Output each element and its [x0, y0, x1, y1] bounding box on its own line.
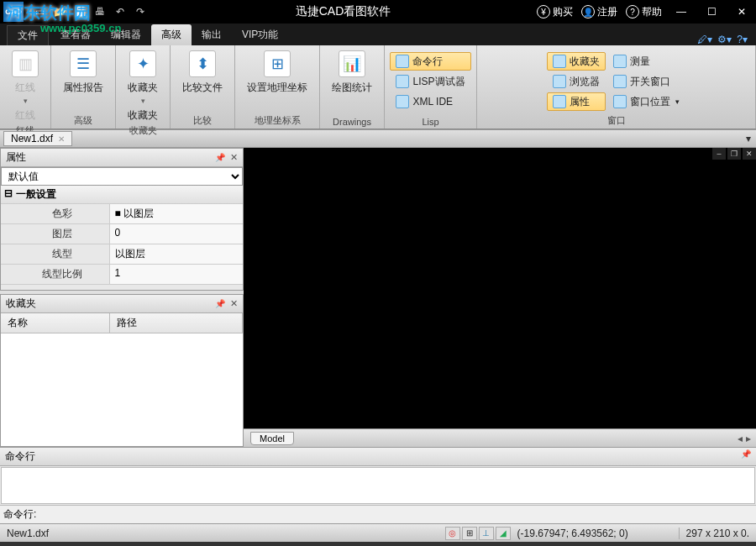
command-header[interactable]: 命令行 📌 — [0, 448, 756, 466]
tab-output[interactable]: 输出 — [192, 24, 232, 45]
command-output[interactable] — [1, 467, 755, 504]
quick-access-toolbar: ▭ 📂 💾 🖶 ↶ ↷ — [30, 3, 150, 21]
close-tab-icon[interactable]: ✕ — [58, 134, 65, 144]
tab-editor[interactable]: 编辑器 — [101, 24, 151, 45]
ribbon-group-lisp: 命令行 LISP调试器 XML IDE Lisp — [385, 45, 477, 129]
buy-button[interactable]: ¥购买 — [537, 5, 573, 19]
document-tab[interactable]: New1.dxf ✕ — [3, 131, 72, 146]
cmd-icon — [396, 55, 409, 68]
winpos-icon — [613, 95, 627, 108]
vp-minimize-icon[interactable]: – — [712, 148, 726, 160]
model-tab-strip: Model ◂ ▸ — [244, 428, 756, 447]
col-path[interactable]: 路径 — [110, 313, 243, 333]
undo-icon[interactable]: ↶ — [111, 3, 129, 21]
properties-header[interactable]: 属性 📌 ✕ — [1, 149, 243, 167]
property-report-button[interactable]: ☰ 属性报告 — [56, 49, 110, 97]
prop-section[interactable]: ⊟一般设置 — [1, 186, 243, 204]
doc-tabs-dropdown[interactable]: ▾ — [746, 133, 751, 144]
tab-viewer[interactable]: 查看器 — [50, 24, 101, 45]
favorites-icon: ✦ — [129, 50, 156, 77]
properties-panel-toggle[interactable]: 属性 — [547, 92, 606, 111]
drawing-stats-button[interactable]: 📊 绘图统计 — [325, 49, 379, 97]
save-icon[interactable]: 💾 — [71, 3, 89, 21]
grid-toggle-icon[interactable]: ⊞ — [462, 527, 477, 540]
style-dropdown-icon[interactable]: 🖊▾ — [697, 34, 712, 45]
viewport-controls: – ❐ ✕ — [712, 148, 756, 160]
properties-selector[interactable]: 默认值 — [1, 167, 243, 186]
app-logo: CAD — [3, 2, 24, 22]
tab-next-icon[interactable]: ▸ — [746, 433, 751, 444]
ribbon-group-advanced: ☰ 属性报告 高级 — [51, 45, 116, 129]
lisp-debugger-button[interactable]: LISP调试器 — [390, 72, 470, 91]
pin-icon[interactable]: 📌 — [741, 449, 751, 464]
props-icon — [553, 95, 566, 108]
status-toggles: ◎ ⊞ ⊥ ◢ — [445, 527, 511, 540]
prop-row-ltscale[interactable]: 线型比例1 — [1, 265, 243, 285]
status-dimensions: 297 x 210 x 0. — [679, 528, 756, 539]
vp-restore-icon[interactable]: ❐ — [727, 148, 741, 160]
redline-icon: ▥ — [12, 50, 39, 77]
panel-close-icon[interactable]: ✕ — [230, 152, 238, 163]
redline-button[interactable]: ▥ 红线 ▾ 红线 — [5, 49, 45, 124]
prop-row-linetype[interactable]: 线型以图层 — [1, 244, 243, 265]
ribbon-group-drawings: 📊 绘图统计 Drawings — [320, 45, 385, 129]
tab-prev-icon[interactable]: ◂ — [738, 433, 743, 444]
compare-icon: ⬍ — [189, 50, 216, 77]
ortho-toggle-icon[interactable]: ⊥ — [479, 527, 494, 540]
toggle-icon — [613, 75, 627, 88]
prop-row-color[interactable]: 色彩■ 以图层 — [1, 204, 243, 224]
viewport[interactable]: – ❐ ✕ Model ◂ ▸ — [244, 148, 756, 447]
print-icon[interactable]: 🖶 — [91, 3, 109, 21]
command-panel: 命令行 📌 命令行: — [0, 447, 756, 523]
commandline-toggle[interactable]: 命令行 — [390, 52, 470, 71]
pin-icon[interactable]: 📌 — [215, 299, 225, 308]
vp-close-icon[interactable]: ✕ — [743, 148, 756, 160]
tab-advanced[interactable]: 高级 — [151, 24, 192, 45]
xml-ide-button[interactable]: XML IDE — [390, 92, 470, 111]
help-button[interactable]: ?帮助 — [626, 5, 662, 19]
command-prompt: 命令行: — [3, 507, 36, 522]
favorites-grid: 名称 路径 — [1, 313, 243, 446]
main-area: 属性 📌 ✕ 默认值 ⊟一般设置 色彩■ 以图层 图层0 线型以图层 线型比例1… — [0, 148, 756, 447]
favorites-button[interactable]: ✦ 收藏夹 ▾ 收藏夹 — [121, 49, 165, 124]
stats-icon: 📊 — [339, 50, 365, 77]
app-menu-button[interactable]: 文件 — [7, 25, 49, 45]
ribbon-group-redline: ▥ 红线 ▾ 红线 红线 — [0, 45, 51, 129]
open-file-icon[interactable]: 📂 — [50, 3, 69, 21]
compare-button[interactable]: ⬍ 比较文件 — [176, 49, 229, 97]
snap-toggle-icon[interactable]: ◎ — [445, 527, 460, 540]
favorites-panel-toggle[interactable]: 收藏夹 — [547, 52, 606, 71]
panel-close-icon[interactable]: ✕ — [230, 298, 238, 309]
ribbon-group-compare: ⬍ 比较文件 比较 — [171, 45, 235, 129]
minimize-icon[interactable]: — — [670, 3, 692, 20]
ribbon-group-geo: ⊞ 设置地理坐标 地理坐标系 — [235, 45, 320, 129]
help-icon[interactable]: ?▾ — [737, 34, 748, 45]
measure-icon — [613, 55, 627, 68]
toggle-window-button[interactable]: 开关窗口 — [607, 72, 685, 91]
pin-icon[interactable]: 📌 — [215, 153, 225, 162]
polar-toggle-icon[interactable]: ◢ — [496, 527, 511, 540]
window-position-button[interactable]: 窗口位置▾ — [607, 92, 685, 111]
command-input-row: 命令行: — [0, 505, 756, 523]
maximize-icon[interactable]: ☐ — [701, 3, 722, 20]
status-bar: New1.dxf ◎ ⊞ ⊥ ◢ (-19.67947; 6.493562; 0… — [0, 523, 756, 542]
report-icon: ☰ — [70, 50, 97, 77]
model-tab[interactable]: Model — [250, 432, 294, 445]
ribbon: ▥ 红线 ▾ 红线 红线 ☰ 属性报告 高级 ✦ 收藏夹 ▾ 收藏夹 收藏夹 ⬍… — [0, 45, 756, 129]
options-icon[interactable]: ⚙▾ — [717, 34, 732, 45]
geo-coords-button[interactable]: ⊞ 设置地理坐标 — [240, 49, 314, 97]
tab-vip[interactable]: VIP功能 — [232, 24, 288, 45]
favorites-header[interactable]: 收藏夹 📌 ✕ — [1, 295, 243, 313]
command-input[interactable] — [39, 509, 753, 521]
col-name[interactable]: 名称 — [1, 313, 110, 333]
new-file-icon[interactable]: ▭ — [30, 3, 49, 21]
close-icon[interactable]: ✕ — [731, 3, 753, 20]
properties-grid: ⊟一般设置 色彩■ 以图层 图层0 线型以图层 线型比例1 — [1, 186, 243, 290]
favorites-panel: 收藏夹 📌 ✕ 名称 路径 — [0, 294, 244, 447]
browser-panel-toggle[interactable]: 浏览器 — [547, 72, 606, 91]
prop-row-layer[interactable]: 图层0 — [1, 224, 243, 244]
measure-button[interactable]: 测量 — [607, 52, 685, 71]
redo-icon[interactable]: ↷ — [131, 3, 150, 21]
left-panels: 属性 📌 ✕ 默认值 ⊟一般设置 色彩■ 以图层 图层0 线型以图层 线型比例1… — [0, 148, 244, 447]
register-button[interactable]: 👤注册 — [581, 5, 617, 19]
